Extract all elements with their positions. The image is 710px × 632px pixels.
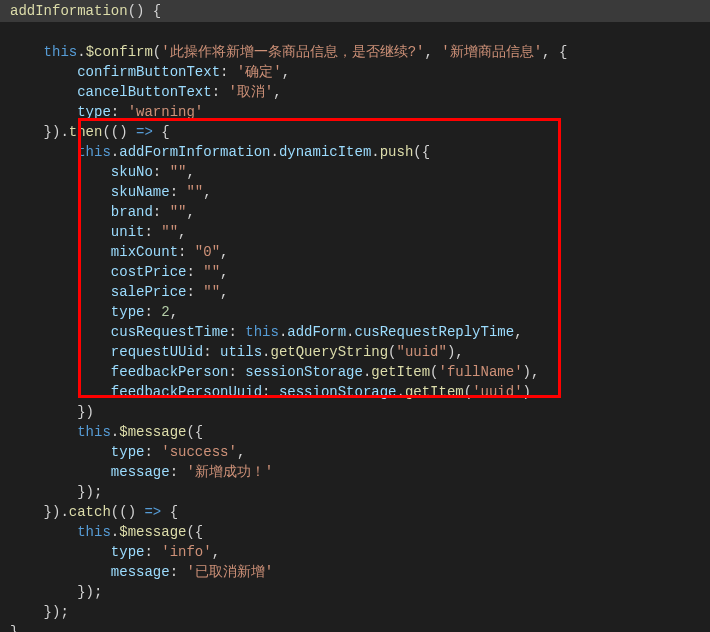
val-cancelButtonText: '取消' (228, 84, 273, 100)
val-unit: "" (161, 224, 178, 240)
val-salePrice: "" (203, 284, 220, 300)
val-mixCount: "0" (195, 244, 220, 260)
val-skuNo: "" (170, 164, 187, 180)
getQueryString-call: getQueryString (270, 344, 388, 360)
this-keyword: this (77, 144, 111, 160)
prop-costPrice: costPrice (111, 264, 187, 280)
catch-call: catch (69, 504, 111, 520)
getItem-call: getItem (371, 364, 430, 380)
message-call: $message (119, 424, 186, 440)
id-cusRequestReplyTime: cusRequestReplyTime (355, 324, 515, 340)
prop-type4: type (111, 544, 145, 560)
getItem-call: getItem (405, 384, 464, 400)
prop-feedbackPerson: feedbackPerson (111, 364, 229, 380)
confirm-message: '此操作将新增一条商品信息，是否继续?' (161, 44, 424, 60)
prop-confirmButtonText: confirmButtonText (77, 64, 220, 80)
prop-message: message (111, 464, 170, 480)
val-brand: "" (170, 204, 187, 220)
id-addForm: addForm (287, 324, 346, 340)
prop-skuName: skuName (111, 184, 170, 200)
val-message-success: '新增成功！' (186, 464, 273, 480)
confirm-title: '新增商品信息' (441, 44, 542, 60)
prop-feedbackPersonUuid: feedbackPersonUuid (111, 384, 262, 400)
prop-cancelButtonText: cancelButtonText (77, 84, 211, 100)
this-keyword: this (77, 424, 111, 440)
prop-salePrice: salePrice (111, 284, 187, 300)
prop-type: type (77, 104, 111, 120)
prop-message2: message (111, 564, 170, 580)
val-type-warning: 'warning' (128, 104, 204, 120)
code-editor[interactable]: this.$confirm('此操作将新增一条商品信息，是否继续?', '新增商… (0, 22, 710, 632)
val-type2: 2 (161, 304, 169, 320)
val-message-cancel: '已取消新增' (186, 564, 273, 580)
message-call: $message (119, 524, 186, 540)
prop-mixCount: mixCount (111, 244, 178, 260)
highlighted-line: addInformation() { (0, 0, 710, 22)
val-skuName: "" (186, 184, 203, 200)
id-addFormInformation: addFormInformation (119, 144, 270, 160)
str-fullName: 'fullName' (439, 364, 523, 380)
this-keyword: this (77, 524, 111, 540)
val-confirmButtonText: '确定' (237, 64, 282, 80)
prop-requestUUid: requestUUid (111, 344, 203, 360)
val-costPrice: "" (203, 264, 220, 280)
id-sessionStorage: sessionStorage (245, 364, 363, 380)
prop-unit: unit (111, 224, 145, 240)
str-uuid2: 'uuid' (472, 384, 522, 400)
prop-type3: type (111, 444, 145, 460)
confirm-call: $confirm (86, 44, 153, 60)
then-call: then (69, 124, 103, 140)
id-sessionStorage: sessionStorage (279, 384, 397, 400)
val-info: 'info' (161, 544, 211, 560)
function-name: addInformation() { (10, 3, 161, 19)
push-call: push (380, 144, 414, 160)
id-dynamicItem: dynamicItem (279, 144, 371, 160)
val-success: 'success' (161, 444, 237, 460)
prop-skuNo: skuNo (111, 164, 153, 180)
prop-cusRequestTime: cusRequestTime (111, 324, 229, 340)
id-utils: utils (220, 344, 262, 360)
prop-brand: brand (111, 204, 153, 220)
str-uuid: "uuid" (397, 344, 447, 360)
prop-type2: type (111, 304, 145, 320)
this-keyword: this (245, 324, 279, 340)
this-keyword: this (44, 44, 78, 60)
